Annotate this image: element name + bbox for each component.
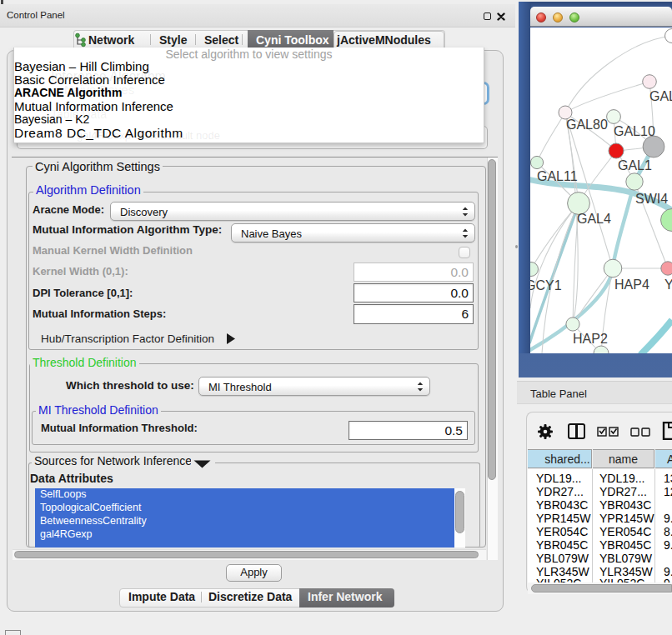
svg-text:SWI4: SWI4 xyxy=(635,192,668,206)
svg-text:GAL4: GAL4 xyxy=(577,212,611,226)
svg-text:GAL10: GAL10 xyxy=(614,124,655,138)
svg-text:GCY1: GCY1 xyxy=(530,278,562,292)
svg-text:GAL7: GAL7 xyxy=(649,89,672,103)
svg-text:GAL11: GAL11 xyxy=(537,169,578,183)
svg-text:HAP2: HAP2 xyxy=(573,332,608,346)
svg-text:Y: Y xyxy=(664,278,672,292)
svg-text:GAL80: GAL80 xyxy=(566,118,608,132)
svg-text:GAL1: GAL1 xyxy=(618,158,652,172)
svg-text:HAP4: HAP4 xyxy=(614,278,649,292)
